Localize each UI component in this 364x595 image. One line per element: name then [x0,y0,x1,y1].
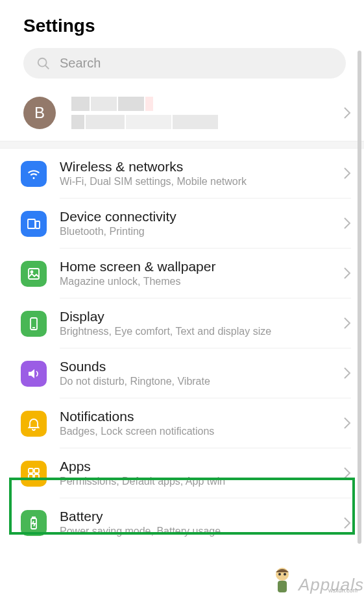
chevron-right-icon [343,317,351,330]
svg-rect-4 [29,269,39,279]
settings-item-battery[interactable]: Battery Power saving mode, Battery usage [0,498,364,548]
svg-point-5 [31,271,33,273]
search-icon [36,56,51,71]
chevron-right-icon [343,516,351,529]
battery-icon [21,510,47,536]
svg-point-15 [278,573,281,576]
chevron-right-icon [343,417,351,430]
item-title: Sounds [60,359,330,374]
item-subtitle: Do not disturb, Ringtone, Vibrate [60,376,330,387]
svg-rect-11 [34,474,39,479]
header: Settings [0,0,364,43]
svg-point-16 [284,573,286,576]
page-title: Settings [23,16,346,36]
search-placeholder: Search [60,56,101,71]
section-divider [0,141,364,149]
svg-rect-8 [29,468,33,473]
svg-line-1 [45,65,49,69]
chevron-right-icon [343,267,351,280]
source-text: wsxdn.com [328,587,358,594]
settings-item-home-wallpaper[interactable]: Home screen & wallpaper Magazine unlock,… [0,249,364,298]
item-title: Display [60,309,330,324]
account-row[interactable]: B [0,89,364,141]
chevron-right-icon [343,167,351,180]
image-icon [21,261,47,287]
settings-item-display[interactable]: Display Brightness, Eye comfort, Text an… [0,298,364,348]
chevron-right-icon [343,467,351,480]
settings-item-notifications[interactable]: Notifications Badges, Lock screen notifi… [0,398,364,448]
chevron-right-icon [343,367,351,380]
account-info [71,97,328,129]
settings-list: Wireless & networks Wi-Fi, Dual SIM sett… [0,149,364,548]
item-title: Wireless & networks [60,159,330,175]
svg-point-0 [38,58,47,66]
settings-item-wireless[interactable]: Wireless & networks Wi-Fi, Dual SIM sett… [0,149,364,199]
item-subtitle: Badges, Lock screen notifications [60,426,330,437]
chevron-right-icon [343,106,351,119]
chevron-right-icon [343,217,351,230]
item-subtitle: Bluetooth, Printing [60,226,330,237]
svg-rect-3 [36,221,40,228]
svg-rect-17 [278,581,287,592]
item-subtitle: Brightness, Eye comfort, Text and displa… [60,326,330,337]
settings-item-sounds[interactable]: Sounds Do not disturb, Ringtone, Vibrate [0,348,364,398]
item-subtitle: Permissions, Default apps, App twin [60,476,330,487]
phone-icon [21,311,47,337]
speaker-icon [21,361,47,387]
search-input[interactable]: Search [23,48,346,79]
item-subtitle: Magazine unlock, Themes [60,276,330,287]
item-title: Device connectivity [60,209,330,225]
item-title: Notifications [60,409,330,424]
svg-rect-10 [29,474,33,479]
svg-rect-13 [32,517,35,518]
svg-rect-2 [28,219,35,228]
item-title: Apps [60,459,330,474]
item-title: Battery [60,509,330,524]
item-subtitle: Wi-Fi, Dual SIM settings, Mobile network [60,176,330,188]
wifi-icon [21,161,47,187]
avatar: B [23,97,56,129]
apps-icon [21,461,47,487]
item-title: Home screen & wallpaper [60,259,330,274]
svg-rect-9 [34,468,39,473]
settings-item-apps[interactable]: Apps Permissions, Default apps, App twin [0,448,364,498]
devices-icon [21,211,47,237]
settings-item-device-connectivity[interactable]: Device connectivity Bluetooth, Printing [0,199,364,249]
item-subtitle: Power saving mode, Battery usage [60,526,330,537]
bell-icon [21,411,47,437]
